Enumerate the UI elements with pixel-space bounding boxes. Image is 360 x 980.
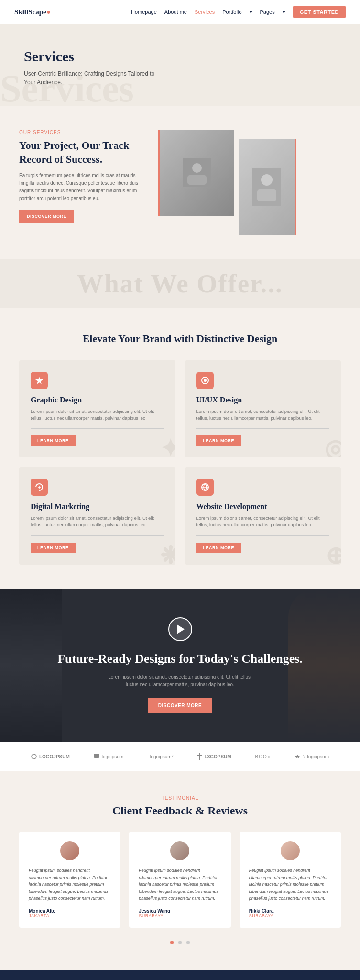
svg-rect-11 [199,753,200,760]
logo-1: LOGOJPSUM [31,754,70,759]
service-card-3-watermark: ❋ [160,542,175,565]
testimonial-text-3: Feugiat ipsum sodales hendrerit ullamcor… [249,867,331,902]
track-image-main-svg [183,158,211,187]
service-card-3-learn-button[interactable]: LEARN MORE [31,543,76,553]
avatar-img-3 [281,841,300,860]
service-card-2-title: UI/UX Design [196,396,330,404]
track-images [158,130,341,235]
what-offer-large-text: What We Offer... [0,268,360,299]
nav-services[interactable]: Services [195,9,215,15]
nav-homepage[interactable]: Homepage [131,9,157,15]
testimonial-location-3: SURABAYA [249,913,331,918]
track-text: OUR SERVICES Your Project, Our Track Rec… [19,130,143,223]
testimonial-avatar-1 [60,841,79,860]
track-tag: OUR SERVICES [19,130,143,135]
testimonial-dots [19,937,341,946]
dark-content: Future-Ready Designs for Today's Challen… [19,617,341,713]
service-card-graphic-design: Graphic Design Lorem ipsum dolor sit ame… [19,360,175,458]
testimonial-name-2: Jessica Wang [139,908,221,913]
service-card-2-divider [196,428,330,429]
logo-6: ⊻ logoipsum [295,754,329,759]
testimonial-card-3: Feugiat ipsum sodales hendrerit ullamcor… [240,832,341,928]
play-button[interactable] [168,617,192,641]
play-triangle-icon [177,624,185,634]
logo-1-icon [31,754,37,759]
service-card-1-learn-button[interactable]: LEARN MORE [31,435,76,446]
service-card-4-divider [196,535,330,536]
service-card-3-body: Lorem ipsum dolor sit amet, consectetur … [31,515,164,529]
web-dev-icon [196,479,214,496]
what-offer-background: What We Offer... [0,259,360,308]
testimonial-location-2: SURABAYA [139,913,221,918]
service-card-3-divider [31,535,164,536]
logo-2-icon [94,754,99,759]
nav-portfolio[interactable]: Portfolio [222,9,241,15]
dark-discover-button[interactable]: DISCOVER MORE [148,698,213,713]
svg-rect-5 [257,189,276,201]
services-grid: Graphic Design Lorem ipsum dolor sit ame… [19,360,341,565]
service-card-2-body: Lorem ipsum dolor sit amet, consectetur … [196,408,330,422]
logo-4-icon [197,753,202,760]
hero-title: Services [24,48,336,65]
service-card-4-learn-button[interactable]: LEARN MORE [196,543,241,553]
service-card-2-watermark: ◎ [325,434,341,457]
digital-marketing-icon [31,479,48,496]
testimonial-avatar-3 [281,841,300,860]
avatar-img-2 [170,841,189,860]
testimonial-text-2: Feugiat ipsum sodales hendrerit ullamcor… [139,867,221,902]
testimonials-tag: TESTIMONIAL [19,795,341,801]
svg-rect-10 [94,754,99,758]
svg-point-4 [261,174,273,186]
dot-3[interactable] [186,941,190,944]
logos-section: LOGOJPSUM logoipsum logoipsum° L3GOPSUM … [0,742,360,771]
logo-4: L3GOPSUM [197,753,231,760]
service-card-1-divider [31,428,164,429]
testimonial-text-1: Feugiat ipsum sodales hendrerit ullamcor… [29,867,111,902]
dot-1[interactable] [170,941,174,944]
service-card-1-title: Graphic Design [31,396,164,404]
track-section: OUR SERVICES Your Project, Our Track Rec… [0,106,360,259]
track-title: Your Project, Our Track Record of Succes… [19,139,143,166]
service-card-web-dev: Website Development Lorem ipsum dolor si… [185,467,341,565]
service-card-1-watermark: ✦ [160,434,175,457]
service-card-3-title: Digital Marketing [31,502,164,511]
navigation: SkillScape● Homepage About me Services P… [0,0,360,24]
service-card-4-body: Lorem ipsum dolor sit amet, consectetur … [196,515,330,529]
dark-cta-section: Future-Ready Designs for Today's Challen… [0,589,360,742]
track-image-main [158,130,234,216]
dot-2[interactable] [178,941,182,944]
uiux-icon [196,372,214,389]
testimonials-section: TESTIMONIAL Client Feedback & Reviews Fe… [0,771,360,970]
nav-logo: SkillScape● [14,8,51,16]
testimonial-name-3: Nikki Clara [249,908,331,913]
testimonials-title: Client Feedback & Reviews [19,804,341,817]
hero-bg-text: Services [0,67,134,106]
services-section: Elevate Your Brand with Distinctive Desi… [0,308,360,589]
logo-6-icon [295,754,300,759]
service-card-2-learn-button[interactable]: LEARN MORE [196,435,241,446]
track-body: Ea turpis fermentum pede ultrices mollis… [19,172,143,202]
hero-section: Services Services User-Centric Brillianc… [0,24,360,106]
testimonial-card-1: Feugiat ipsum sodales hendrerit ullamcor… [19,832,120,928]
testimonial-card-2: Feugiat ipsum sodales hendrerit ullamcor… [129,832,230,928]
avatar-img-1 [60,841,79,860]
logo-2: logoipsum [94,754,124,759]
nav-links: Homepage About me Services Portfolio ▾ P… [131,6,346,18]
service-card-4-title: Website Development [196,502,330,511]
testimonials-grid: Feugiat ipsum sodales hendrerit ullamcor… [19,832,341,928]
svg-point-9 [32,754,36,759]
nav-cta-button[interactable]: GET STARTED [293,6,346,18]
track-discover-button[interactable]: DISCOVER MORE [19,210,74,223]
logo-3: logoipsum° [147,754,174,759]
nav-pages[interactable]: Pages [260,9,275,15]
service-card-1-body: Lorem ipsum dolor sit amet, consectetur … [31,408,164,422]
testimonial-location-1: JAKARTA [29,913,111,918]
logo-5: BOO○ [255,754,271,759]
service-card-digital-marketing: Digital Marketing Lorem ipsum dolor sit … [19,467,175,565]
service-card-4-watermark: ⊕ [326,542,341,565]
footer: SkillScape● Non dis ad mattis tellus pre… [0,970,360,980]
testimonial-avatar-2 [170,841,189,860]
svg-rect-12 [197,755,202,756]
svg-point-1 [192,163,202,173]
nav-about[interactable]: About me [164,9,187,15]
